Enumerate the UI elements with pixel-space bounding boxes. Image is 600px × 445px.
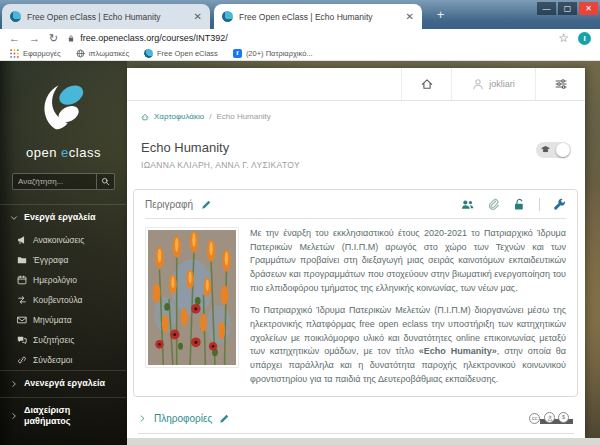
search-icon: [101, 177, 110, 186]
exchange-icon: [17, 295, 27, 305]
reload-icon[interactable]: ↻: [49, 33, 58, 44]
search-button[interactable]: [96, 174, 114, 189]
globe-icon: [76, 49, 85, 58]
eclass-favicon-icon: [144, 49, 153, 58]
sidebar-item-label: Μηνύματα: [33, 315, 72, 325]
chevron-right-icon: [10, 380, 18, 388]
card-header: jokliari: [127, 68, 585, 101]
apps-grid-icon: [10, 49, 19, 58]
divider: [145, 218, 566, 219]
sidebar-item[interactable]: Μηνύματα: [0, 310, 127, 330]
back-icon[interactable]: ←: [9, 33, 20, 44]
home-button[interactable]: [401, 68, 451, 100]
bookmark-star-icon[interactable]: ☆: [558, 32, 569, 44]
graduation-cap-icon: [540, 145, 551, 155]
user-icon: [472, 78, 484, 90]
chevron-down-icon: [10, 214, 18, 222]
sidebar-search: [12, 173, 115, 190]
url-field[interactable]: free.openeclass.org/courses/INT392/: [67, 33, 549, 43]
breadcrumb-current: Echo Humanity: [216, 112, 270, 121]
bookmark-eclass[interactable]: Free Open eClass: [144, 49, 218, 58]
brand-text: open eclass: [0, 145, 127, 160]
page-title: Echo Humanity: [141, 140, 300, 155]
tab-close-icon[interactable]: ✕: [194, 11, 202, 22]
breadcrumb-separator: /: [209, 112, 211, 121]
tab-close-icon[interactable]: ✕: [406, 11, 414, 22]
browser-titlebar: Free Open eClass | Echo Humanity ✕ Free …: [0, 0, 600, 29]
bookmark-item[interactable]: ιπλωματικές: [76, 49, 129, 58]
envelope-icon: [17, 315, 27, 325]
tab-title: Free Open eClass | Echo Humanity: [239, 12, 400, 22]
sidebar-item[interactable]: Έγγραφα: [0, 250, 127, 270]
description-paragraph: Με την έναρξη του εκκλησιαστικού έτους 2…: [250, 227, 566, 295]
description-paragraph: Το Πατριαρχικό Ίδρυμα Πατερικών Μελετών …: [250, 304, 566, 386]
sidebar-section-label: Διαχείριση μαθήματος: [24, 405, 110, 428]
user-menu[interactable]: jokliari: [451, 68, 535, 100]
openeclass-logo-icon: [35, 77, 93, 135]
edit-pencil-icon[interactable]: [201, 199, 212, 210]
sidebar-nav: Ενεργά εργαλείαΑνακοινώσειςΈγγραφαΗμερολ…: [0, 204, 127, 434]
divider: [138, 433, 574, 434]
cc-icon: cc: [529, 413, 540, 424]
course-instructors: ΙΩΑΝΝΑ ΚΛΙΑΡΗ, ΑΝΝΑ Γ. ΛΥΣΙΚΑΤΟΥ: [141, 160, 300, 170]
info-heading: Πληροφορίες: [154, 413, 212, 424]
content-card: jokliari Χαρτοφυλάκιο / Echo Humanity Ec…: [127, 68, 585, 438]
sidebar-section-label: Ανενεργά εργαλεία: [24, 378, 105, 389]
bookmark-facebook[interactable]: f (20+) Πατριαρχικό...: [233, 49, 313, 58]
chevron-right-icon: [138, 414, 147, 423]
course-image: [145, 227, 239, 368]
browser-tab-1[interactable]: Free Open eClass | Echo Humanity ✕: [2, 4, 210, 29]
sidebar-item-label: Συζητήσεις: [33, 335, 74, 345]
sidebar-item-label: Ανακοινώσεις: [33, 235, 84, 245]
sidebar-item[interactable]: Κουβεντούλα: [0, 290, 127, 310]
unlock-icon[interactable]: [513, 198, 526, 211]
sidebar-item[interactable]: Συζητήσεις: [0, 330, 127, 350]
search-input[interactable]: [13, 174, 96, 189]
window-minimize-button[interactable]: —: [537, 2, 556, 15]
sidebar-section-label: Ενεργά εργαλεία: [24, 212, 96, 223]
wrench-icon[interactable]: [553, 198, 566, 211]
student-view-toggle[interactable]: [536, 142, 571, 158]
edit-pencil-icon[interactable]: [219, 413, 230, 424]
facebook-icon: f: [233, 49, 242, 58]
settings-button[interactable]: [535, 68, 585, 100]
sidebar-item-label: Κουβεντούλα: [33, 295, 83, 305]
window-maximize-button[interactable]: ▢: [558, 2, 577, 15]
bookmark-apps[interactable]: Εφαρμογές: [10, 49, 61, 58]
sidebar-section-1[interactable]: Ανενεργά εργαλεία: [0, 370, 127, 396]
tab-title: Free Open eClass | Echo Humanity: [27, 12, 188, 22]
home-icon: [141, 113, 149, 121]
divider: [539, 198, 540, 211]
users-group-icon[interactable]: [461, 198, 474, 211]
description-panel: Περιγραφή: [133, 189, 578, 397]
sliders-icon: [555, 78, 567, 90]
info-section-toggle[interactable]: Πληροφορίες: [138, 413, 230, 424]
sidebar-section-0[interactable]: Ενεργά εργαλεία: [0, 204, 127, 230]
eclass-favicon-icon: [10, 11, 21, 22]
sidebar-item-label: Σύνδεσμοι: [33, 355, 72, 365]
new-tab-button[interactable]: +: [432, 7, 449, 24]
browser-tab-2[interactable]: Free Open eClass | Echo Humanity ✕: [214, 4, 422, 29]
sidebar-item-label: Ημερολόγιο: [33, 275, 77, 285]
comments-icon: [17, 335, 27, 345]
sidebar: open eclass Ενεργά εργαλείαΑνακοινώσειςΈ…: [0, 61, 127, 445]
cc-license-badge[interactable]: cc $: [529, 412, 571, 424]
page-background: open eclass Ενεργά εργαλείαΑνακοινώσειςΈ…: [0, 61, 600, 445]
description-text: Με την έναρξη του εκκλησιαστικού έτους 2…: [250, 227, 566, 386]
home-icon: [421, 78, 433, 90]
forward-icon[interactable]: →: [29, 33, 40, 44]
sidebar-item[interactable]: Σύνδεσμοι: [0, 350, 127, 370]
lock-icon: [67, 34, 75, 43]
sidebar-item[interactable]: Ημερολόγιο: [0, 270, 127, 290]
description-heading: Περιγραφή: [145, 199, 193, 210]
username: jokliari: [489, 79, 515, 89]
browser-avatar[interactable]: I: [578, 32, 591, 45]
window-close-button[interactable]: ✕: [579, 2, 598, 15]
bookmarks-bar: Εφαρμογές ιπλωματικές Free Open eClass f…: [0, 47, 600, 61]
paperclip-icon[interactable]: [487, 198, 500, 211]
sidebar-section-2[interactable]: Διαχείριση μαθήματος: [0, 397, 127, 435]
eclass-favicon-icon: [222, 11, 233, 22]
breadcrumb-portfolio-link[interactable]: Χαρτοφυλάκιο: [154, 112, 204, 121]
sidebar-item[interactable]: Ανακοινώσεις: [0, 230, 127, 250]
sidebar-item-label: Έγγραφα: [33, 255, 68, 265]
